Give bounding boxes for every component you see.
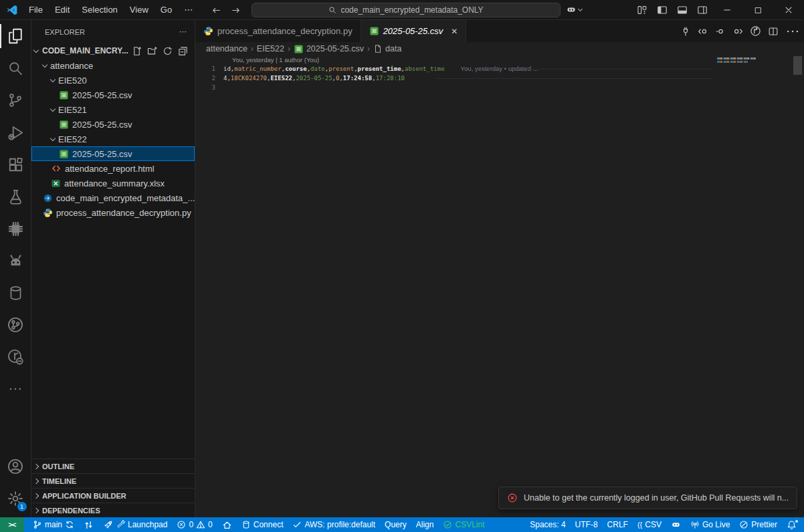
circle-slash-icon [739, 520, 748, 529]
activity-explorer[interactable] [0, 20, 31, 52]
tree-item-EIE522[interactable]: EIE522 [31, 132, 195, 146]
code-editor[interactable]: You, yesterday | 1 author (You)1id,matri… [195, 55, 804, 517]
panel-application-builder[interactable]: APPLICATION BUILDER [31, 488, 195, 503]
menu-edit[interactable]: Edit [49, 3, 76, 17]
home-status[interactable] [217, 517, 237, 532]
forward-icon[interactable] [231, 5, 241, 15]
breadcrumb-separator: › [367, 44, 370, 53]
tree-item-EIE521[interactable]: EIE521 [31, 102, 195, 117]
tab-process_attendance_decryption.py[interactable]: process_attendance_decryption.py [195, 20, 361, 42]
tree-item-EIE520[interactable]: EIE520 [31, 73, 195, 88]
activity-search[interactable] [0, 52, 31, 84]
customize-layout-icon[interactable] [637, 5, 647, 15]
sidebar-more-actions[interactable]: ⋯ [179, 27, 187, 36]
eol-status[interactable]: CRLF [603, 517, 633, 532]
minimize-button[interactable] [712, 0, 742, 20]
new-file-icon[interactable] [132, 46, 142, 56]
activity-source-control[interactable] [0, 84, 31, 116]
aws-status[interactable]: AWS: profile:default [288, 517, 380, 532]
menu-view[interactable]: View [124, 3, 155, 17]
golive-status[interactable]: Go Live [686, 517, 734, 532]
layout-controls [637, 0, 708, 20]
menu-selection[interactable]: Selection [76, 3, 123, 17]
split-editor-icon[interactable] [768, 26, 779, 37]
encoding-status[interactable]: UTF-8 [571, 517, 603, 532]
close-tab-icon[interactable]: ✕ [451, 27, 458, 36]
close-button[interactable] [773, 0, 804, 20]
activity-database[interactable] [0, 277, 31, 309]
breadcrumb-item[interactable]: EIE522 [257, 44, 284, 53]
codelens[interactable]: You, yesterday | 1 author (You) [195, 55, 804, 64]
branch-status[interactable]: main [28, 517, 79, 532]
activity-gitlens-inspect[interactable] [0, 341, 31, 373]
window-controls [712, 0, 804, 20]
plug-icon[interactable] [680, 26, 691, 37]
align-status[interactable]: Align [411, 517, 439, 532]
breadcrumb-item[interactable]: 2025-05-25.csv [294, 44, 364, 54]
menu-more[interactable]: ⋯ [178, 3, 199, 17]
toggle-secondary-sidebar-icon[interactable] [697, 5, 708, 15]
command-center-search[interactable]: code_main_encrypted_metadata_ONLY [252, 3, 561, 17]
maximize-button[interactable] [742, 0, 773, 20]
activity-hardware[interactable] [0, 213, 31, 245]
bin-icon [43, 193, 53, 203]
language-status[interactable]: ({CSV [633, 517, 666, 532]
tab-2025-05-25.csv[interactable]: 2025-05-25.csv✕ [361, 20, 467, 42]
problems-status[interactable]: 00 [172, 517, 217, 532]
tree-item-2025-05-25.csv[interactable]: 2025-05-25.csv [31, 117, 195, 132]
query-status[interactable]: Query [380, 517, 411, 532]
chevron-down-icon [50, 135, 56, 140]
activity-extensions[interactable] [0, 148, 31, 180]
xlsx-icon [51, 178, 61, 188]
panel-dependencies[interactable]: DEPENDENCIES [31, 503, 195, 517]
explorer-root-folder[interactable]: CODE_MAIN_ENCRY... [31, 43, 195, 58]
connect-status[interactable]: Connect [237, 517, 288, 532]
commit-graph-icon[interactable] [750, 25, 761, 37]
refresh-icon[interactable] [163, 46, 173, 56]
indentation-status[interactable]: Spaces: 4 [525, 517, 570, 532]
activity-accounts[interactable] [0, 450, 31, 483]
activity-testing[interactable] [0, 180, 31, 213]
root-folder-label: CODE_MAIN_ENCRY... [42, 46, 128, 55]
toggle-panel-icon[interactable] [677, 5, 688, 15]
breadcrumb-item[interactable]: attendance [206, 44, 247, 53]
activity-assistant[interactable] [0, 245, 31, 277]
back-icon[interactable] [211, 5, 221, 15]
tree-item-2025-05-25.csv[interactable]: 2025-05-25.csv [31, 88, 195, 102]
remote-indicator[interactable]: >< [0, 517, 24, 532]
next-change-icon[interactable] [732, 26, 743, 37]
notifications-status[interactable] [782, 517, 801, 532]
breadcrumb-item[interactable]: data [373, 44, 401, 53]
change-icon[interactable] [715, 26, 726, 37]
activity-settings[interactable]: 1 [0, 483, 31, 515]
sidebar-panels: OUTLINETIMELINEAPPLICATION BUILDERDEPEND… [31, 458, 195, 517]
copilot-status[interactable] [666, 517, 686, 532]
prettier-status[interactable]: Prettier [734, 517, 782, 532]
activity-run-debug[interactable] [0, 116, 31, 148]
panel-timeline[interactable]: TIMELINE [31, 473, 195, 488]
ellipsis-icon[interactable] [785, 24, 800, 39]
copilot-button[interactable] [566, 0, 582, 20]
collapse-all-icon[interactable] [178, 46, 188, 56]
menu-go[interactable]: Go [155, 3, 178, 17]
scrollbar-thumb[interactable] [793, 56, 802, 75]
tree-item-code_main_encrypted_metadata_...[interactable]: code_main_encrypted_metadata_... [31, 190, 195, 205]
python-icon [203, 26, 213, 36]
tree-item-process_attendance_decryption.py[interactable]: process_attendance_decryption.py [31, 205, 195, 220]
tree-item-2025-05-25.csv[interactable]: 2025-05-25.csv [31, 146, 195, 161]
csvlint-status[interactable]: CSVLint [438, 517, 489, 532]
panel-outline[interactable]: OUTLINE [31, 458, 195, 473]
activity-gitlens[interactable] [0, 309, 31, 341]
tree-item-attendance_summary.xlsx[interactable]: attendance_summary.xlsx [31, 176, 195, 190]
prev-change-icon[interactable] [698, 26, 708, 37]
tree-item-attendance_report.html[interactable]: attendance_report.html [31, 161, 195, 176]
notification-toast[interactable]: Unable to get the currently logged in us… [498, 487, 797, 509]
menu-file[interactable]: File [23, 3, 49, 17]
csv-icon [294, 44, 304, 54]
compare-status[interactable] [79, 517, 98, 532]
new-folder-icon[interactable] [147, 46, 157, 56]
tree-item-attendance[interactable]: attendance [31, 58, 195, 73]
launchpad-status[interactable]: Launchpad [98, 517, 172, 532]
toggle-sidebar-icon[interactable] [657, 5, 668, 15]
activity-more-views[interactable] [0, 373, 31, 405]
